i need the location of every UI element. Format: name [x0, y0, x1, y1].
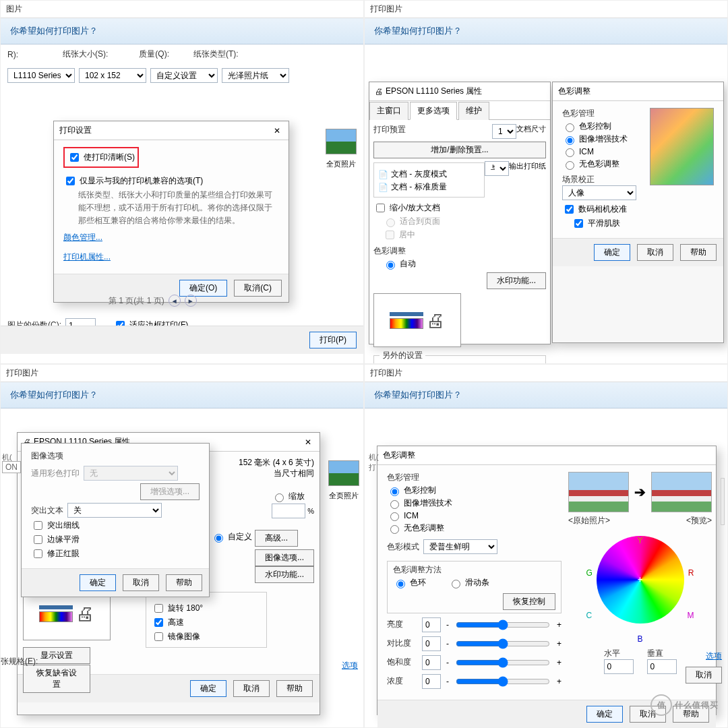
color-wheel[interactable] [597, 536, 684, 624]
imgopts-help[interactable]: 帮助 [166, 574, 202, 591]
compat-checkbox[interactable] [66, 177, 75, 185]
radio-none[interactable] [390, 525, 399, 534]
redeye-checkbox[interactable] [34, 549, 42, 558]
same-size: 当尺寸相同 [274, 468, 314, 478]
props-title: EPSON L1110 Series 属性 [386, 86, 482, 97]
sharpen-checkbox[interactable] [70, 153, 79, 162]
prev-page-btn[interactable]: ◄ [169, 295, 181, 307]
restore-defaults-button[interactable]: 恢复缺省设置 [23, 665, 90, 693]
reset-control-button[interactable]: 恢复控制 [503, 593, 555, 610]
photo-thumb[interactable] [328, 460, 359, 486]
print-button[interactable]: 打印(P) [309, 332, 357, 348]
image-options-dialog: 图像选项 通用彩色打印 无 增强选项... 突出文本 关 突出细线 边缘平滑 修… [21, 443, 210, 597]
color-auto-radio[interactable] [386, 261, 395, 270]
color-mgmt-link[interactable]: 颜色管理... [63, 232, 102, 243]
highspeed-checkbox[interactable] [154, 618, 163, 627]
coloradj-cancel[interactable]: 取消 [637, 244, 673, 261]
props-cancel[interactable]: 取消 [233, 680, 270, 697]
coloradj-help[interactable]: 帮助 [673, 706, 709, 723]
contrast-slider[interactable] [456, 638, 550, 649]
edgesmooth-checkbox[interactable] [34, 535, 42, 544]
printer-props-link[interactable]: 打印机属性... [63, 251, 111, 263]
paper-size-select[interactable]: 102 x 152 [79, 68, 146, 83]
outer-cancel-button[interactable]: 取消 [686, 667, 722, 684]
coloradj-cancel[interactable]: 取消 [630, 706, 666, 723]
imgopts-cancel[interactable]: 取消 [123, 574, 159, 591]
paper-type-select[interactable]: 光泽照片纸 [222, 68, 289, 83]
imgopts-ok[interactable]: 确定 [80, 574, 116, 591]
contrast-input[interactable] [422, 636, 441, 651]
options-link[interactable]: 选项 [342, 660, 358, 671]
scrollbar-thumb[interactable] [721, 478, 725, 525]
imgopts-title: 图像选项 [31, 450, 200, 462]
radio-none[interactable] [566, 161, 574, 170]
colormode-select[interactable]: 爱普生鲜明 [423, 539, 497, 554]
tab-maintain[interactable]: 维护 [458, 102, 489, 120]
imgopts-button[interactable]: 图像选项... [255, 549, 314, 566]
photo-thumb[interactable] [326, 129, 357, 154]
mirror-checkbox[interactable] [154, 632, 163, 641]
tab-more[interactable]: 更多选项 [410, 102, 457, 120]
orig-label: <原始照片> [568, 515, 610, 526]
coloradj-title: 色彩调整 [383, 450, 415, 461]
radio-icm[interactable] [566, 148, 574, 157]
advanced-button[interactable]: 高级... [255, 530, 298, 547]
cancel-button[interactable]: 取消(C) [234, 280, 282, 297]
radio-colorctrl[interactable] [566, 123, 574, 132]
close-icon[interactable]: ✕ [302, 437, 314, 447]
slider-radio[interactable] [452, 580, 460, 588]
sample-photo [650, 108, 714, 185]
compat-label: 仅显示与我的打印机兼容的选项(T) [80, 175, 203, 187]
orig-thumb [568, 472, 629, 512]
saturation-slider[interactable] [456, 657, 550, 668]
brightness-input[interactable] [422, 617, 441, 632]
close-icon[interactable]: ✕ [271, 126, 283, 135]
printer-label: R): [7, 50, 18, 59]
pane-bl: 打印图片 你希望如何打印图片？ 🖨EPSON L1110 Series 属性 ✕… [0, 364, 364, 728]
docsize-select[interactable]: 102 [492, 124, 516, 139]
printer-select[interactable]: L1110 Series [7, 68, 75, 83]
density-input[interactable] [422, 674, 441, 689]
breadcrumb: 打印图片 [365, 1, 727, 18]
preset-std[interactable]: 📄 文档 - 标准质量 [378, 181, 480, 193]
watermark-button[interactable]: 水印功能... [255, 566, 314, 583]
density-slider[interactable] [456, 676, 550, 687]
zoom-input[interactable] [272, 504, 305, 518]
output-paper-select[interactable]: 与文 [485, 161, 509, 176]
tab-main[interactable]: 主窗口 [369, 102, 408, 120]
highlight-text-select[interactable]: 关 [67, 503, 162, 518]
radio-colorctrl[interactable] [390, 487, 399, 496]
reduce-enlarge-checkbox[interactable] [376, 204, 385, 212]
props-ok[interactable]: 确定 [190, 680, 226, 697]
radio-icm[interactable] [390, 512, 399, 521]
center-checkbox [386, 231, 394, 239]
radio-enhance[interactable] [390, 500, 399, 509]
options-link[interactable]: 选项 [706, 650, 722, 662]
props-help[interactable]: 帮助 [276, 680, 313, 697]
saturation-input[interactable] [422, 655, 441, 670]
custom-radio[interactable] [214, 534, 223, 543]
smoothskin-checkbox[interactable] [574, 219, 583, 228]
next-page-btn[interactable]: ► [185, 295, 197, 307]
fit-page-radio [386, 218, 395, 227]
ring-radio[interactable] [396, 580, 405, 588]
breadcrumb: 图片 [1, 1, 363, 18]
digicam-checkbox[interactable] [565, 205, 574, 214]
horiz-input[interactable] [604, 659, 634, 674]
thinlines-checkbox[interactable] [34, 521, 42, 530]
coloradj-help[interactable]: 帮助 [680, 244, 717, 261]
preset-gray[interactable]: 📄 文档 - 灰度模式 [378, 169, 480, 180]
preview-label: <预览> [686, 515, 712, 526]
brightness-slider[interactable] [456, 619, 550, 630]
printer-illustration-icon: 🖨 [75, 603, 94, 625]
quality-select[interactable]: 自定义设置 [150, 68, 218, 83]
zoom-radio[interactable] [275, 493, 284, 502]
rotate-checkbox[interactable] [154, 604, 163, 613]
radio-enhance[interactable] [566, 136, 574, 145]
scene-select[interactable]: 人像 [562, 185, 636, 200]
watermark-button[interactable]: 水印功能... [487, 272, 546, 289]
preset-manage-button[interactable]: 增加/删除预置... [373, 142, 546, 158]
vert-input[interactable] [647, 659, 677, 674]
coloradj-ok[interactable]: 确定 [594, 244, 630, 261]
coloradj-ok[interactable]: 确定 [586, 706, 623, 723]
